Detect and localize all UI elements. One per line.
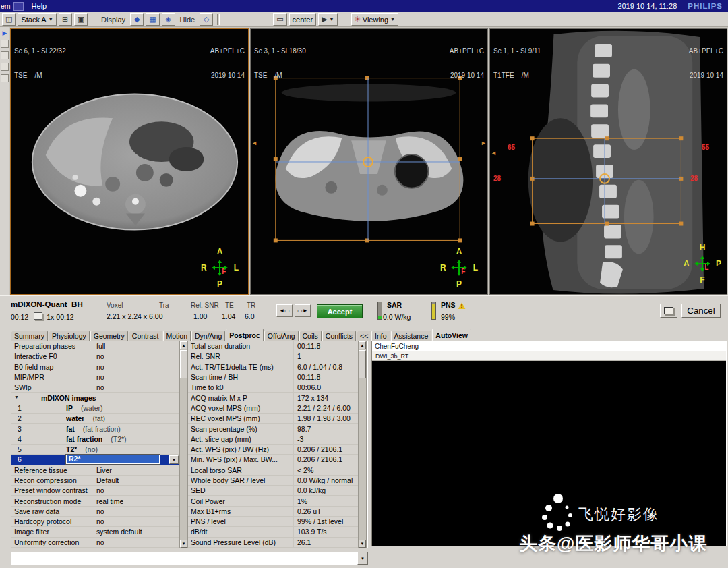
parameter-body: Preparation phases full Interactive F0 n… xyxy=(11,341,368,548)
parameter-tab[interactable]: Offc/Ang xyxy=(264,331,299,341)
parameter-row[interactable]: MIP/MPR no xyxy=(11,372,179,382)
info-value: < 2% xyxy=(293,465,358,475)
next-page-button[interactable]: ▭► xyxy=(295,304,311,317)
parameter-tab[interactable]: Conflicts xyxy=(322,331,356,341)
play-button[interactable]: ▶▼ xyxy=(318,13,337,26)
layout-icon[interactable]: ◫ xyxy=(2,13,16,26)
parameter-tab[interactable]: Summary xyxy=(11,331,48,341)
parameter-row[interactable]: 6 R2* xyxy=(11,455,179,465)
parameter-row[interactable]: Uniformity correction no xyxy=(11,538,179,548)
orientation-label: Tra xyxy=(159,302,169,309)
parameter-row[interactable]: Preparation phases full xyxy=(11,341,179,351)
display-multi-icon[interactable]: ◈ xyxy=(162,13,175,26)
autoview-tab[interactable]: Assistance xyxy=(391,331,432,341)
scroll-thumb[interactable] xyxy=(359,350,366,378)
scroll-down-icon[interactable]: ▼ xyxy=(359,540,366,548)
parameter-row[interactable]: Reconstruction mode real time xyxy=(11,496,179,506)
parameter-tab[interactable]: Dyn/Ang xyxy=(191,331,225,341)
parameter-row[interactable]: Reference tissue Liver xyxy=(11,465,179,476)
date-label: 2019 10 14 xyxy=(210,72,245,80)
copy-view-icon[interactable]: ▣ xyxy=(74,13,88,26)
parameter-tab[interactable]: Coils xyxy=(299,331,322,341)
scroll-thumb[interactable] xyxy=(180,350,187,378)
info-row: Scan time / BH 00:11.8 xyxy=(188,372,358,382)
hide-diamond-icon[interactable]: ◇ xyxy=(200,13,213,26)
message-input[interactable] xyxy=(11,552,357,565)
parameter-row[interactable]: 3 fat (fat fraction) xyxy=(11,424,179,434)
info-value: 26.1 xyxy=(293,538,358,547)
message-dropdown-icon[interactable]: ▼ xyxy=(357,552,368,565)
monitor-icon[interactable]: ▭ xyxy=(273,13,286,26)
parameter-value: fat xyxy=(66,425,75,433)
parameter-row[interactable]: 5 T2* (no) xyxy=(11,445,179,455)
autoview-tab[interactable]: AutoView xyxy=(432,329,471,341)
stack-edge-left-icon[interactable]: ◄ xyxy=(491,150,497,157)
accept-button[interactable]: Accept xyxy=(317,304,363,318)
viewport-axial-abdomen[interactable]: Sc 6, 1 - Sl 22/32 TSE /M AB+PEL+C 2019 … xyxy=(10,28,249,295)
rail-arrow-icon[interactable]: ▶ xyxy=(3,30,7,36)
parameter-row[interactable]: Image filter system default xyxy=(11,527,179,537)
parameter-tab[interactable]: Postproc xyxy=(226,329,264,341)
rail-tool-icon[interactable] xyxy=(1,51,9,59)
info-row: Local torso SAR < 2% xyxy=(188,465,358,476)
parameter-row[interactable]: 2 water (fat) xyxy=(11,414,179,424)
exam-label: AB+PEL+C xyxy=(210,47,245,55)
parameter-value: no xyxy=(96,363,104,371)
parameter-tab[interactable]: Motion xyxy=(163,331,191,341)
menu-help[interactable]: Help xyxy=(26,2,53,10)
center-selector[interactable]: center xyxy=(289,13,317,26)
info-scrollbar[interactable]: ▲ ▼ xyxy=(358,341,367,548)
stack-selector[interactable]: Stack A▼ xyxy=(18,13,56,26)
scan-repeat-time: 1x 00:12 xyxy=(47,313,73,321)
split-view-icon[interactable]: ⊞ xyxy=(59,13,72,26)
parameter-scrollbar[interactable]: ▲ ▼ xyxy=(179,341,188,548)
chevron-down-icon: ▼ xyxy=(390,17,395,22)
scroll-up-icon[interactable]: ▲ xyxy=(180,341,187,349)
parameter-tab[interactable]: Contrast xyxy=(129,331,162,341)
export-images-button[interactable] xyxy=(660,304,677,318)
parameter-label: B0 field map xyxy=(11,363,96,371)
cancel-button[interactable]: Cancel xyxy=(681,304,721,318)
stack-edge-right-icon[interactable]: ► xyxy=(481,140,487,146)
parameter-row[interactable]: mDIXON images xyxy=(11,393,179,403)
parameter-row[interactable]: Save raw data no xyxy=(11,507,179,517)
parameter-label: mDIXON images xyxy=(38,394,96,402)
parameter-value: full xyxy=(96,342,105,350)
tab-label: Contrast xyxy=(132,332,159,340)
info-value: 0.0 kJ/kg xyxy=(293,486,358,495)
parameter-row[interactable]: B0 field map no xyxy=(11,362,179,372)
parameter-row[interactable]: 1 IP (water) xyxy=(11,403,179,414)
viewport-axial-pelvis[interactable]: ◄ ► Sc 3, 1 - Sl 18/30 TSE /M AB+PEL+C 2… xyxy=(250,28,488,295)
prev-page-button[interactable]: ◄▭ xyxy=(276,304,293,317)
parameter-tab[interactable]: << xyxy=(357,331,371,341)
fov-value-midleft: 28 xyxy=(493,175,501,182)
viewing-selector[interactable]: ✳Viewing▼ xyxy=(351,13,398,26)
stack-edge-left-icon[interactable]: ◄ xyxy=(251,140,257,146)
sar-value: 0.0 W/kg xyxy=(383,313,411,321)
rail-tool-icon[interactable] xyxy=(1,74,9,82)
display-diamond-icon[interactable]: ◆ xyxy=(130,13,144,26)
tab-label: Coils xyxy=(303,332,318,340)
display-grid-icon[interactable]: ▦ xyxy=(146,13,159,26)
rel-snr-value: 1.00 xyxy=(193,312,207,320)
patient-name: ChenFuCheng xyxy=(372,341,726,351)
tab-label: Dyn/Ang xyxy=(195,332,222,340)
parameter-row[interactable]: Preset window contrast no xyxy=(11,486,179,496)
parameter-tab[interactable]: Geometry xyxy=(90,331,128,341)
rail-tool-icon[interactable] xyxy=(1,63,9,71)
parameter-row[interactable]: SWIp no xyxy=(11,382,179,393)
viewport-sagittal-spine[interactable]: ◄ 65 55 28 28 Sc 1, 1 - Sl 9/11 T1TFE /M… xyxy=(489,28,727,295)
parameter-value: no xyxy=(96,507,104,515)
scroll-down-icon[interactable]: ▼ xyxy=(180,540,187,548)
info-value: 99% / 1st level xyxy=(293,517,358,526)
message-bar: ▼ xyxy=(11,552,368,565)
parameter-tab[interactable]: Physiology xyxy=(49,331,90,341)
parameter-row[interactable]: Hardcopy protocol no xyxy=(11,517,179,527)
scroll-up-icon[interactable]: ▲ xyxy=(359,341,366,349)
parameter-row[interactable]: 4 fat fraction (T2*) xyxy=(11,434,179,445)
info-label: Coil Power xyxy=(188,497,293,505)
autoview-tab[interactable]: Info xyxy=(371,331,390,341)
parameter-row[interactable]: Interactive F0 no xyxy=(11,351,179,362)
parameter-row[interactable]: Recon compression Default xyxy=(11,476,179,486)
rail-tool-icon[interactable] xyxy=(1,40,9,48)
